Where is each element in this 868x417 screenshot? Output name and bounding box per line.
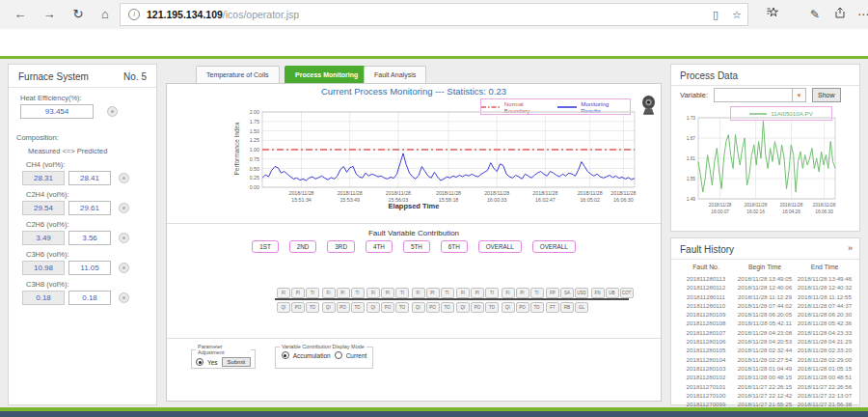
variable-tile[interactable]: FT: [546, 302, 559, 313]
variable-tile[interactable]: QI: [277, 302, 290, 313]
fault-history-row[interactable]: 2018112801022018/11/28 00:48:152018/11/2…: [678, 373, 854, 381]
fault-contribution-button[interactable]: OVERALL: [532, 240, 576, 253]
variable-tile[interactable]: SA: [560, 288, 574, 298]
variable-tile[interactable]: UB: [606, 288, 619, 298]
variable-tile[interactable]: COT: [620, 288, 634, 298]
fault-history-row[interactable]: 2018112801112018/11/28 11:12:292018/11/2…: [678, 292, 854, 301]
accumulation-radio[interactable]: [282, 351, 289, 359]
gear-icon[interactable]: [119, 263, 129, 273]
variable-select[interactable]: ▼: [714, 88, 806, 102]
fault-contribution-button[interactable]: OVERALL: [478, 240, 522, 253]
dropdown-arrow-icon[interactable]: ▼: [792, 89, 805, 101]
site-info-icon[interactable]: i: [128, 9, 140, 20]
predicted-value-box[interactable]: 0.18: [68, 291, 111, 305]
variable-tile[interactable]: PI: [381, 288, 394, 298]
fault-history-row[interactable]: 2018112801102018/11/28 07:44:022018/11/2…: [678, 301, 854, 310]
fault-contribution-button[interactable]: 5TH: [403, 240, 430, 253]
variable-tile[interactable]: GL: [575, 302, 588, 313]
fault-history-row[interactable]: 2018112801052018/11/28 02:32:442018/11/2…: [678, 346, 854, 354]
variable-tile[interactable]: PO: [426, 302, 440, 313]
variable-tile[interactable]: PI: [337, 288, 350, 298]
fault-history-row[interactable]: 2018112801132018/11/28 13:49:052018/11/2…: [678, 274, 854, 283]
variable-tile[interactable]: TO: [441, 302, 454, 313]
gear-icon[interactable]: [119, 173, 129, 183]
address-bar[interactable]: i 121.195.134.109/icos/operator.jsp ▯ ☆: [120, 3, 748, 26]
variable-tile[interactable]: QI: [502, 302, 515, 313]
predicted-value-box[interactable]: 28.41: [68, 171, 111, 185]
gear-icon[interactable]: [119, 203, 129, 213]
fault-history-row[interactable]: 2018112801032018/11/28 01:04:492018/11/2…: [678, 364, 854, 373]
variable-tile[interactable]: FP: [546, 288, 559, 298]
gear-icon[interactable]: [107, 106, 118, 117]
variable-tile[interactable]: PO: [516, 302, 529, 313]
variable-tile[interactable]: TO: [351, 302, 365, 313]
variable-tile[interactable]: QI: [366, 302, 380, 313]
predicted-value-box[interactable]: 29.61: [68, 201, 111, 215]
fault-contribution-button[interactable]: 4TH: [366, 240, 393, 253]
back-icon[interactable]: ←: [10, 5, 31, 24]
tab-process-monitoring[interactable]: Process Monitoring: [285, 66, 368, 84]
variable-tile[interactable]: TO: [530, 302, 544, 313]
variable-tile[interactable]: QI: [412, 302, 425, 313]
predicted-value-box[interactable]: 3.56: [68, 231, 111, 245]
variable-tile[interactable]: FI: [322, 288, 336, 298]
fault-contribution-button[interactable]: 6TH: [441, 240, 468, 253]
url-text[interactable]: 121.195.134.109/icos/operator.jsp: [147, 9, 299, 20]
variable-tile[interactable]: USD: [575, 288, 588, 298]
variable-tile[interactable]: TI: [351, 288, 365, 298]
variable-tile[interactable]: PO: [337, 302, 350, 313]
variable-tile[interactable]: TI: [395, 288, 409, 298]
variable-tile[interactable]: TI: [441, 288, 454, 298]
variable-tile[interactable]: TI: [485, 288, 499, 298]
refresh-icon[interactable]: ↻: [68, 5, 89, 24]
variable-tile[interactable]: TO: [306, 302, 319, 313]
fault-history-row[interactable]: 2018112701012018/11/27 22:26:152018/11/2…: [678, 382, 854, 391]
variable-tile[interactable]: PO: [471, 302, 484, 313]
tab-fault-analysis[interactable]: Fault Analysis: [364, 66, 426, 84]
variable-tile[interactable]: PI: [426, 288, 440, 298]
forward-icon[interactable]: →: [39, 5, 60, 24]
variable-tile[interactable]: FI: [412, 288, 425, 298]
fault-history-more-button[interactable]: ››: [848, 243, 852, 253]
variable-tile[interactable]: PI: [291, 288, 305, 298]
fault-contribution-button[interactable]: 2ND: [289, 240, 317, 253]
variable-tile[interactable]: FI: [366, 288, 380, 298]
tab-temperature-of-coils[interactable]: Temperature of Coils: [196, 66, 280, 84]
fault-contribution-button[interactable]: 1ST: [252, 240, 279, 253]
current-radio[interactable]: [335, 351, 342, 359]
variable-tile[interactable]: TO: [485, 302, 499, 313]
show-button[interactable]: Show: [812, 88, 841, 102]
fault-history-row[interactable]: 2018112801062018/11/28 04:20:532018/11/2…: [678, 337, 854, 346]
fault-history-row[interactable]: 2018112801042018/11/28 02:27:542018/11/2…: [678, 355, 854, 364]
variable-tile[interactable]: QI: [322, 302, 336, 313]
more-menu-icon[interactable]: ⋯: [853, 5, 868, 24]
variable-tile[interactable]: TI: [306, 288, 319, 298]
home-icon[interactable]: ⌂: [95, 5, 116, 24]
variable-tile[interactable]: FI: [277, 288, 290, 298]
variable-tile[interactable]: FN: [591, 288, 605, 298]
fault-history-row[interactable]: 2018112801122018/11/28 12:40:062018/11/2…: [678, 283, 854, 292]
variable-tile[interactable]: QI: [456, 302, 470, 313]
heat-efficiency-value[interactable]: 93.454: [20, 104, 94, 119]
gear-icon[interactable]: [119, 292, 129, 303]
variable-tile[interactable]: RB: [560, 302, 574, 313]
fault-history-row[interactable]: 2018112801082018/11/28 05:42:112018/11/2…: [678, 319, 854, 327]
predicted-value-box[interactable]: 11.05: [68, 261, 111, 275]
yes-radio[interactable]: [196, 358, 203, 366]
fault-history-row[interactable]: 2018112801092018/11/28 06:20:052018/11/2…: [678, 310, 854, 319]
reading-view-icon[interactable]: ▯: [705, 9, 726, 21]
favorite-star-icon[interactable]: ☆: [726, 9, 747, 21]
variable-tile[interactable]: PI: [471, 288, 484, 298]
pen-annotate-icon[interactable]: ✎: [804, 5, 826, 24]
variable-tile[interactable]: FI: [502, 288, 515, 298]
variable-tile[interactable]: TO: [395, 302, 409, 313]
variable-tile[interactable]: PI: [516, 288, 529, 298]
variable-tile[interactable]: TI: [530, 288, 544, 298]
variable-tile[interactable]: FI: [456, 288, 470, 298]
variable-tile[interactable]: PO: [291, 302, 305, 313]
gear-icon[interactable]: [119, 233, 129, 243]
fault-history-row[interactable]: 2018112701002018/11/27 22:12:422018/11/2…: [678, 391, 854, 400]
hub-favorites-icon[interactable]: [762, 5, 783, 24]
share-icon[interactable]: [829, 5, 851, 24]
fault-contribution-button[interactable]: 3RD: [327, 240, 355, 253]
